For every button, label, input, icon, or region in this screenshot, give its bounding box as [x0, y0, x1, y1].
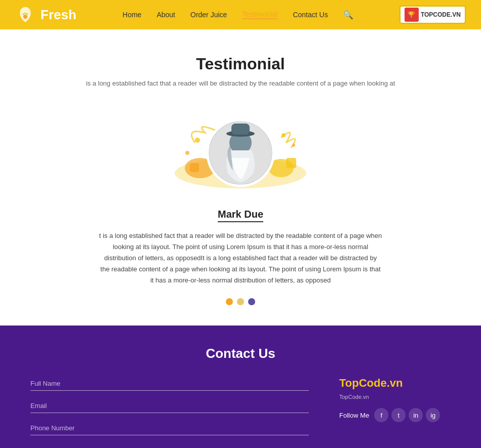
testimonial-section: Testimonial is a long established fact t…: [0, 29, 481, 325]
phone-input[interactable]: [30, 421, 309, 435]
footer-logo-sub: TopCode.vn: [339, 394, 451, 400]
footer: Contact Us TopCode.vn TopCode.vn Follow …: [0, 325, 481, 448]
testimonial-dots: [10, 298, 471, 305]
badge-icon: 🏆: [405, 8, 419, 22]
testimonial-title: Testimonial: [10, 55, 471, 73]
main-nav: Home About Order Juice Testimonial Conta…: [123, 10, 353, 20]
header: Fresh Home About Order Juice Testimonial…: [0, 0, 481, 29]
email-group: [30, 399, 309, 413]
message-input[interactable]: [30, 443, 309, 448]
person-name: Mark Due: [218, 209, 263, 222]
instagram-icon[interactable]: ig: [426, 408, 440, 422]
badge-text: TOPCODE.VN: [421, 11, 461, 18]
footer-right: TopCode.vn TopCode.vn Follow Me f t in i…: [339, 377, 451, 448]
logo-area: Fresh: [15, 5, 76, 25]
follow-label: Follow Me: [339, 412, 369, 419]
linkedin-icon[interactable]: in: [409, 408, 423, 422]
contact-title: Contact Us: [30, 346, 451, 361]
twitter-icon[interactable]: t: [391, 408, 406, 422]
contact-form: [30, 377, 309, 448]
topcode-badge: 🏆 TOPCODE.VN: [399, 6, 466, 24]
nav-order-juice[interactable]: Order Juice: [190, 11, 227, 19]
logo-text: Fresh: [41, 7, 76, 23]
dot-3[interactable]: [248, 298, 255, 305]
svg-point-6: [195, 138, 200, 143]
follow-me: Follow Me f t in ig: [339, 408, 451, 422]
svg-rect-4: [286, 158, 296, 168]
social-icons: f t in ig: [374, 408, 440, 422]
juice-splash-svg: [170, 102, 311, 203]
dot-1[interactable]: [226, 298, 233, 305]
svg-rect-14: [231, 124, 250, 135]
svg-point-7: [282, 133, 286, 137]
svg-point-8: [292, 144, 295, 147]
nav-about[interactable]: About: [156, 11, 175, 19]
svg-rect-5: [190, 163, 199, 172]
testimonial-image-wrapper: [170, 102, 311, 203]
nav-testimonial[interactable]: Testimonial: [242, 10, 277, 19]
footer-content: TopCode.vn TopCode.vn Follow Me f t in i…: [30, 377, 451, 448]
logo-icon: [15, 5, 35, 25]
svg-point-0: [23, 15, 27, 19]
full-name-group: [30, 377, 309, 391]
nav-contact-us[interactable]: Contact Us: [293, 11, 328, 19]
facebook-icon[interactable]: f: [374, 408, 388, 422]
nav-home[interactable]: Home: [123, 11, 141, 19]
testimonial-text: t is a long established fact that a read…: [99, 230, 382, 286]
phone-group: [30, 421, 309, 435]
search-icon[interactable]: 🔍: [343, 10, 353, 20]
footer-logo-text: TopCode.vn: [339, 377, 451, 390]
message-group: [30, 443, 309, 448]
email-input[interactable]: [30, 399, 309, 413]
full-name-input[interactable]: [30, 377, 309, 391]
testimonial-subtitle: is a long established fact that a reader…: [10, 79, 471, 87]
svg-point-9: [185, 151, 189, 155]
dot-2[interactable]: [237, 298, 244, 305]
